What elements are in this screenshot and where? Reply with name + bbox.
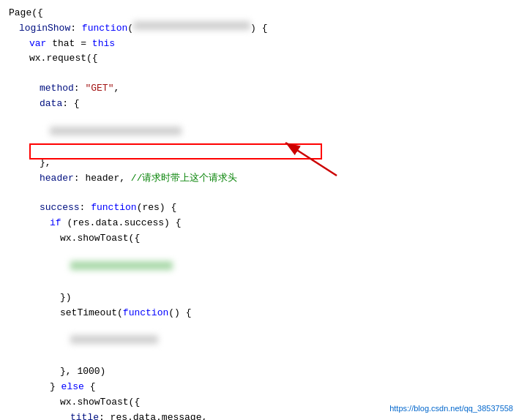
code-line-20: }) bbox=[9, 290, 510, 306]
code-container: Page({ loginShow: function() { var that … bbox=[0, 0, 519, 420]
code-line-3: var that = this bbox=[9, 37, 510, 52]
code-line-13 bbox=[9, 186, 510, 200]
code-line-15: if (res.data.success) { bbox=[9, 216, 510, 231]
code-line-10 bbox=[9, 141, 510, 156]
code-line-26: } else { bbox=[9, 380, 510, 395]
code-line-18 bbox=[9, 261, 510, 276]
code-line-21: setTimeout(function() { bbox=[9, 306, 510, 321]
code-line-17 bbox=[9, 247, 510, 261]
code-line-22 bbox=[9, 320, 510, 335]
code-line-24 bbox=[9, 350, 510, 364]
code-text: Page({ bbox=[9, 6, 43, 21]
code-line-25: }, 1000) bbox=[9, 364, 510, 380]
code-line-2: loginShow: function() { bbox=[9, 21, 510, 37]
code-line-16: wx.showToast({ bbox=[9, 231, 510, 247]
code-line-14: success: function(res) { bbox=[9, 200, 510, 216]
watermark: https://blog.csdn.net/qq_38537558 bbox=[389, 402, 513, 416]
code-line-7: data: { bbox=[9, 97, 510, 112]
code-line-4: wx.request({ bbox=[9, 51, 510, 67]
code-line-9 bbox=[9, 127, 510, 141]
code-line-8 bbox=[9, 112, 510, 127]
code-line-6: method: "GET", bbox=[9, 81, 510, 97]
code-line-11: }, bbox=[9, 156, 510, 171]
code-line-23 bbox=[9, 335, 510, 350]
code-line-19 bbox=[9, 276, 510, 290]
code-line-12-highlighted: header: header, //请求时带上这个请求头 bbox=[9, 171, 510, 187]
code-line-5 bbox=[9, 67, 510, 81]
code-line-1: Page({ bbox=[9, 6, 510, 21]
